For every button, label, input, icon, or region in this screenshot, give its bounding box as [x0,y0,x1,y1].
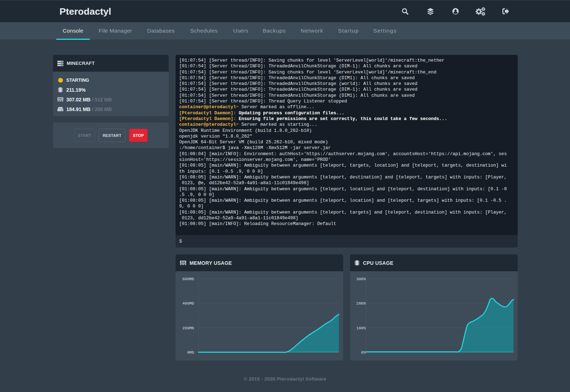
svg-text:200%: 200% [356,301,366,306]
svg-text:0%: 0% [361,350,366,355]
svg-text:400Mb: 400Mb [182,301,194,306]
svg-text:100%: 100% [356,326,366,330]
svg-text:0Mb: 0Mb [187,350,194,355]
svg-text:600Mb: 600Mb [182,277,194,281]
svg-text:300%: 300% [356,277,366,281]
svg-text:200Mb: 200Mb [182,326,194,330]
